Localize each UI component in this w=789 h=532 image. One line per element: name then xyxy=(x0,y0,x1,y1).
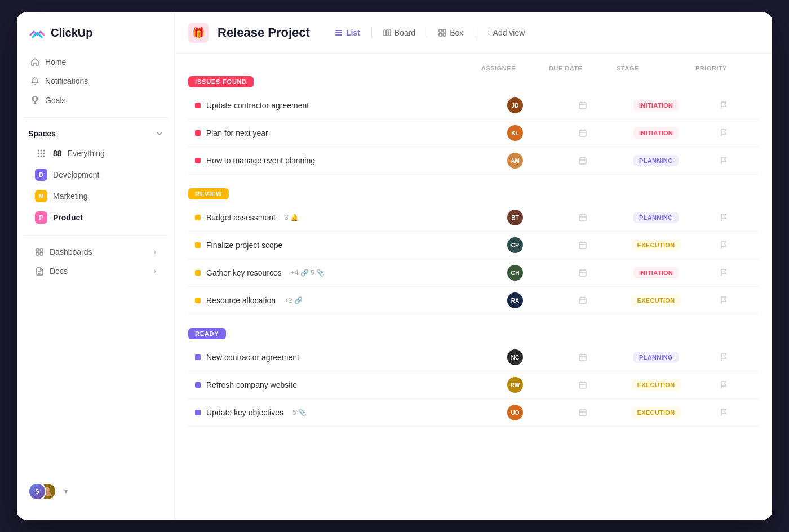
calendar-icon xyxy=(578,156,587,165)
priority-cell xyxy=(695,101,752,110)
priority-cell xyxy=(695,213,752,222)
flag-icon xyxy=(719,101,728,110)
svg-rect-15 xyxy=(384,30,385,36)
due-date-cell[interactable] xyxy=(549,408,617,417)
sidebar-bottom: S ▾ xyxy=(17,475,174,508)
priority-cell xyxy=(695,241,752,250)
tab-box[interactable]: Box xyxy=(432,25,470,41)
due-date-cell[interactable] xyxy=(549,213,617,222)
task-name: Resource allocation xyxy=(206,296,276,305)
table-row[interactable]: Finalize project scope CR EXECUTION xyxy=(188,232,759,259)
table-row[interactable]: Update contractor agreement JD INITIATIO… xyxy=(188,92,759,119)
due-date-cell[interactable] xyxy=(549,101,617,110)
clickup-logo-icon xyxy=(28,24,46,42)
flag-icon xyxy=(719,213,728,222)
due-date-cell[interactable] xyxy=(549,353,617,362)
stage-badge: EXECUTION xyxy=(632,379,681,391)
add-view-button[interactable]: + Add view xyxy=(480,25,531,41)
dashboard-icon xyxy=(35,247,44,256)
priority-cell xyxy=(695,408,752,417)
home-icon xyxy=(30,57,39,66)
stage-badge: PLANNING xyxy=(633,352,679,363)
table-row[interactable]: Refresh company website RW EXECUTION xyxy=(188,371,759,399)
flag-icon xyxy=(719,353,728,362)
assignee-cell: RA xyxy=(481,292,549,308)
sidebar-item-development[interactable]: D Development xyxy=(24,165,167,185)
product-badge: P xyxy=(35,211,47,224)
svg-point-2 xyxy=(43,150,45,152)
svg-rect-12 xyxy=(40,252,43,255)
svg-point-5 xyxy=(43,153,45,154)
sidebar-item-marketing[interactable]: M Marketing xyxy=(24,186,167,206)
add-view-label: + Add view xyxy=(486,28,525,37)
calendar-icon xyxy=(578,380,587,389)
due-date-cell[interactable] xyxy=(549,128,617,138)
svg-rect-16 xyxy=(386,30,388,36)
table-header: ASSIGNEE DUE DATE STAGE PRIORITY xyxy=(188,65,759,76)
due-date-cell[interactable] xyxy=(549,268,617,277)
stage-cell: PLANNING xyxy=(617,352,695,363)
table-row[interactable]: How to manage event planning AM PLANNING xyxy=(188,147,759,175)
svg-point-7 xyxy=(41,156,42,157)
tab-board[interactable]: Board xyxy=(376,25,422,41)
task-dot xyxy=(195,103,201,108)
table-row[interactable]: Budget assessment 3 🔔 BT PLANNING xyxy=(188,204,759,232)
logo-text: ClickUp xyxy=(51,26,92,39)
sidebar-item-goals[interactable]: Goals xyxy=(24,91,167,109)
due-date-cell[interactable] xyxy=(549,380,617,389)
board-icon xyxy=(383,29,391,37)
svg-rect-21 xyxy=(443,33,446,36)
task-name-cell: Gather key resources +4 🔗 5 📎 xyxy=(195,268,481,277)
col-task xyxy=(211,65,481,72)
development-badge: D xyxy=(35,169,47,181)
table-row[interactable]: New contractor agreement NC PLANNING xyxy=(188,344,759,371)
task-name-cell: New contractor agreement xyxy=(195,353,481,362)
table-row[interactable]: Update key objectives 5 📎 UO EXECUTION xyxy=(188,399,759,427)
docs-icon xyxy=(35,267,44,276)
svg-point-0 xyxy=(38,150,39,152)
stage-cell: EXECUTION xyxy=(617,295,695,306)
table-row[interactable]: Gather key resources +4 🔗 5 📎 GH INITIAT… xyxy=(188,259,759,287)
stage-badge: INITIATION xyxy=(633,267,679,278)
section-issues: ISSUES FOUND Update contractor agreement… xyxy=(188,76,759,175)
stage-badge: INITIATION xyxy=(633,100,679,111)
marketing-label: Marketing xyxy=(53,192,87,201)
view-tabs: List Board xyxy=(328,25,531,41)
sidebar-item-product[interactable]: P Product xyxy=(24,207,167,228)
svg-point-6 xyxy=(38,156,39,157)
sidebar-item-notifications[interactable]: Notifications xyxy=(24,72,167,90)
task-dot xyxy=(195,354,201,360)
goals-label: Goals xyxy=(45,96,66,105)
avatar: UO xyxy=(507,405,523,420)
task-name-cell: Update key objectives 5 📎 xyxy=(195,408,481,417)
tab-list[interactable]: List xyxy=(328,25,367,41)
flag-icon xyxy=(719,380,728,389)
table-row[interactable]: Plan for next year KL INITIATION xyxy=(188,119,759,147)
stage-cell: EXECUTION xyxy=(617,240,695,251)
sidebar-item-dashboards[interactable]: Dashboards › xyxy=(24,243,167,261)
task-name: Update contractor agreement xyxy=(206,101,309,110)
sidebar-item-home[interactable]: Home xyxy=(24,53,167,71)
sidebar-item-everything[interactable]: 88 Everything xyxy=(24,143,167,163)
box-label: Box xyxy=(450,28,463,37)
stage-cell: EXECUTION xyxy=(617,407,695,418)
due-date-cell[interactable] xyxy=(549,296,617,305)
sidebar-item-docs[interactable]: Docs › xyxy=(24,262,167,280)
flag-icon xyxy=(719,156,728,165)
everything-icon xyxy=(35,147,47,159)
spaces-header[interactable]: Spaces xyxy=(17,125,174,143)
due-date-cell[interactable] xyxy=(549,156,617,165)
user-avatar-1: S xyxy=(28,482,46,500)
calendar-icon xyxy=(578,353,587,362)
task-name-cell: Budget assessment 3 🔔 xyxy=(195,213,481,222)
stage-badge: PLANNING xyxy=(633,212,679,223)
nav-items: Home Notifications Goals xyxy=(17,53,174,110)
user-chevron[interactable]: ▾ xyxy=(64,487,68,495)
assignee-cell: UO xyxy=(481,405,549,420)
top-bar: 🎁 Release Project List xyxy=(175,12,772,54)
flag-icon xyxy=(719,128,728,138)
svg-rect-29 xyxy=(579,354,586,361)
flag-icon xyxy=(719,408,728,417)
table-row[interactable]: Resource allocation +2 🔗 RA EXECUTION xyxy=(188,287,759,314)
due-date-cell[interactable] xyxy=(549,241,617,250)
